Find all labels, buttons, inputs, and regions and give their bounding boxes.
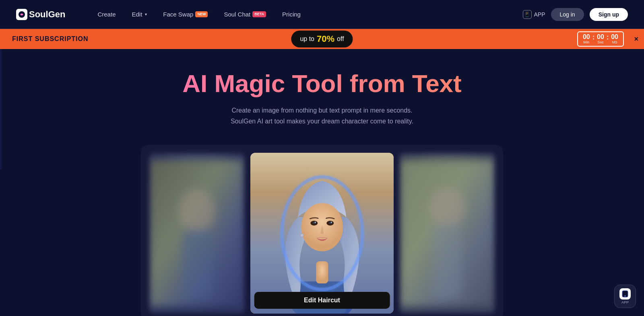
navbar: SoulGen Create Edit ▾ Face Swap NEW Soul…	[0, 0, 644, 29]
svg-point-2	[178, 189, 215, 233]
svg-rect-3	[182, 230, 211, 296]
logo[interactable]: SoulGen	[16, 9, 65, 20]
timer-ms: 00 MS	[611, 34, 618, 45]
nav-item-edit[interactable]: Edit ▾	[124, 8, 155, 21]
logo-icon	[16, 9, 27, 20]
showcase-center-image: Edit Haircut	[250, 153, 394, 314]
timer-colon-2: :	[606, 34, 609, 41]
hero-subtitle-line1: Create an image from nothing but text pr…	[0, 105, 644, 116]
phone-icon: 📱	[523, 10, 532, 19]
promo-highlight: 70%	[317, 34, 334, 44]
hero-subtitle-line2: SoulGen AI art tool makes your dream cha…	[0, 116, 644, 127]
login-button[interactable]: Log in	[551, 8, 584, 21]
hero-section: AI Magic Tool from Text Create an image …	[0, 49, 644, 135]
svg-rect-6	[316, 261, 328, 283]
timer-colon-1: :	[592, 34, 595, 41]
signup-button[interactable]: Sign up	[590, 8, 628, 21]
promo-pill[interactable]: up to 70% off	[291, 31, 353, 47]
promo-close-button[interactable]: ×	[634, 35, 638, 43]
hero-title: AI Magic Tool from Text	[0, 69, 644, 98]
timer-seconds: 00 Sec	[597, 34, 604, 45]
showcase-right-image	[399, 153, 495, 314]
promo-left-text: FIRST SUBSCRIPTION	[12, 35, 89, 43]
svg-point-20	[625, 295, 626, 297]
blurred-left-figure	[149, 153, 245, 314]
logo-text: SoulGen	[29, 9, 65, 20]
showcase-left-image	[149, 153, 245, 314]
promo-prefix: up to	[300, 35, 314, 43]
svg-point-13	[331, 222, 332, 223]
nav-item-soul-chat[interactable]: Soul Chat Beta	[216, 8, 274, 21]
promo-suffix: off	[337, 35, 344, 43]
svg-point-14	[300, 234, 303, 237]
svg-point-12	[315, 222, 316, 223]
nav-item-create[interactable]: Create	[89, 8, 124, 21]
edit-label[interactable]: Edit Haircut	[254, 292, 390, 309]
app-float-button[interactable]: APP	[614, 285, 636, 308]
app-download-button[interactable]: 📱 APP	[523, 10, 545, 19]
timer-minutes: 00 Min	[583, 34, 590, 45]
showcase-container: Edit Haircut	[141, 145, 503, 316]
portrait-svg	[250, 153, 394, 314]
nav-right: 📱 APP Log in Sign up	[523, 8, 628, 21]
chevron-down-icon: ▾	[145, 12, 147, 16]
blurred-right-figure	[399, 153, 495, 314]
countdown-timer: 00 Min : 00 Sec : 00 MS	[577, 31, 624, 47]
nav-item-pricing[interactable]: Pricing	[274, 8, 309, 21]
promo-banner: FIRST SUBSCRIPTION up to 70% off 00 Min …	[0, 29, 644, 49]
nav-item-face-swap[interactable]: Face Swap NEW	[155, 8, 216, 21]
left-edge-decoration	[0, 49, 2, 170]
nav-links: Create Edit ▾ Face Swap NEW Soul Chat Be…	[89, 8, 522, 21]
app-float-text: APP	[621, 300, 629, 304]
portrait-container: Edit Haircut	[250, 153, 394, 314]
promo-center: up to 70% off	[291, 31, 353, 47]
svg-point-17	[429, 187, 465, 228]
soul-chat-badge: Beta	[252, 11, 266, 17]
svg-rect-18	[433, 224, 462, 298]
app-float-icon	[619, 288, 631, 300]
face-swap-badge: NEW	[195, 11, 208, 17]
